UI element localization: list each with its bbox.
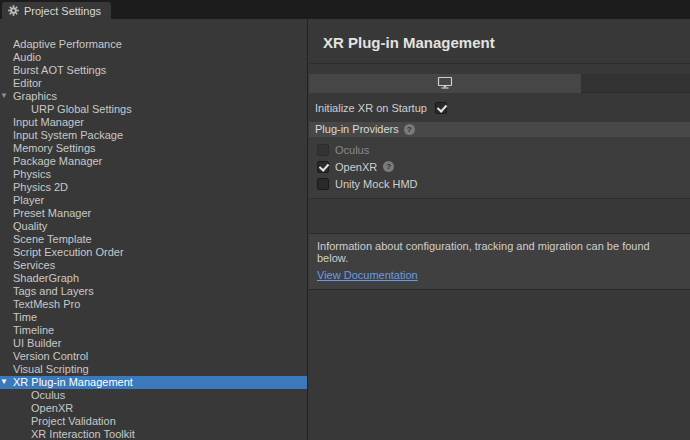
sidebar-item-script-execution-order[interactable]: Script Execution Order	[0, 246, 307, 259]
sidebar-item-textmesh-pro[interactable]: TextMesh Pro	[0, 298, 307, 311]
help-icon[interactable]: ?	[383, 161, 394, 172]
xr-plugin-management-panel: XR Plug-in Management Initialize XR on S…	[309, 19, 690, 440]
sidebar-item-label: Scene Template	[13, 233, 92, 246]
sidebar-item-label: Input System Package	[13, 129, 123, 142]
provider-label: OpenXR	[335, 161, 377, 173]
monitor-icon	[437, 76, 453, 92]
sidebar-item-label: Preset Manager	[13, 207, 91, 220]
tab-platform-desktop[interactable]	[309, 74, 581, 93]
initialize-xr-label: Initialize XR on Startup	[315, 102, 435, 114]
sidebar-item-burst-aot-settings[interactable]: Burst AOT Settings	[0, 64, 307, 77]
sidebar-item-oculus[interactable]: Oculus	[0, 389, 307, 402]
sidebar-item-label: OpenXR	[31, 402, 73, 415]
provider-label: Oculus	[335, 144, 369, 156]
sidebar-item-package-manager[interactable]: Package Manager	[0, 155, 307, 168]
sidebar-item-editor[interactable]: Editor	[0, 77, 307, 90]
foldout-chevron-down-icon[interactable]: ▼	[0, 89, 13, 102]
provider-row-oculus: Oculus	[309, 141, 690, 158]
sidebar-item-timeline[interactable]: Timeline	[0, 324, 307, 337]
foldout-chevron-down-icon[interactable]: ▼	[0, 375, 13, 388]
tab-project-settings[interactable]: Project Settings	[2, 2, 111, 19]
sidebar-item-graphics[interactable]: ▼Graphics	[0, 90, 307, 103]
sidebar-item-physics-2d[interactable]: Physics 2D	[0, 181, 307, 194]
sidebar-item-time[interactable]: Time	[0, 311, 307, 324]
settings-sidebar: Adaptive PerformanceAudioBurst AOT Setti…	[0, 19, 308, 440]
sidebar-item-ui-builder[interactable]: UI Builder	[0, 337, 307, 350]
sidebar-item-services[interactable]: Services	[0, 259, 307, 272]
sidebar-item-label: XR Interaction Toolkit	[31, 428, 135, 440]
sidebar-item-label: Services	[13, 259, 55, 272]
sidebar-item-player[interactable]: Player	[0, 194, 307, 207]
unity-mock-hmd-checkbox[interactable]	[317, 178, 329, 190]
plugin-providers-list: Oculus OpenXR ? Unity Mock HMD	[309, 137, 690, 198]
sidebar-item-label: Physics	[13, 168, 51, 181]
openxr-checkbox[interactable]	[317, 161, 329, 173]
sidebar-item-visual-scripting[interactable]: Visual Scripting	[0, 363, 307, 376]
sidebar-item-label: URP Global Settings	[31, 103, 132, 116]
sidebar-item-tags-and-layers[interactable]: Tags and Layers	[0, 285, 307, 298]
sidebar-item-label: XR Plug-in Management	[13, 376, 133, 389]
sidebar-item-label: Burst AOT Settings	[13, 64, 106, 77]
plugin-providers-box: Plug-in Providers ? Oculus OpenXR ? Unit…	[309, 122, 690, 199]
sidebar-item-audio[interactable]: Audio	[0, 51, 307, 64]
initialize-xr-row: Initialize XR on Startup	[315, 102, 690, 114]
sidebar-item-scene-template[interactable]: Scene Template	[0, 233, 307, 246]
sidebar-item-label: Audio	[13, 51, 41, 64]
sidebar-item-openxr[interactable]: OpenXR	[0, 402, 307, 415]
sidebar-item-label: Input Manager	[13, 116, 84, 129]
sidebar-item-label: Version Control	[13, 350, 88, 363]
sidebar-item-physics[interactable]: Physics	[0, 168, 307, 181]
sidebar-item-label: Timeline	[13, 324, 54, 337]
provider-row-unity-mock-hmd: Unity Mock HMD	[309, 175, 690, 192]
sidebar-item-xr-plug-in-management[interactable]: ▼XR Plug-in Management	[0, 376, 307, 389]
sidebar-item-label: UI Builder	[13, 337, 61, 350]
provider-row-openxr: OpenXR ?	[309, 158, 690, 175]
sidebar-item-project-validation[interactable]: Project Validation	[0, 415, 307, 428]
window-tab-title: Project Settings	[24, 5, 101, 17]
sidebar-item-label: Tags and Layers	[13, 285, 94, 298]
project-settings-window: Project Settings Adaptive PerformanceAud…	[0, 0, 690, 440]
sidebar-item-xr-interaction-toolkit[interactable]: XR Interaction Toolkit	[0, 428, 307, 440]
sidebar-item-label: Visual Scripting	[13, 363, 89, 376]
platform-tabstrip-empty	[581, 74, 690, 93]
plugin-providers-title: Plug-in Providers	[315, 122, 399, 137]
sidebar-item-label: Graphics	[13, 90, 57, 103]
sidebar-item-label: Package Manager	[13, 155, 102, 168]
gear-icon	[8, 5, 19, 16]
sidebar-item-adaptive-performance[interactable]: Adaptive Performance	[0, 38, 307, 51]
window-titlebar: Project Settings	[0, 0, 690, 19]
help-icon[interactable]: ?	[404, 124, 415, 135]
sidebar-item-input-system-package[interactable]: Input System Package	[0, 129, 307, 142]
sidebar-item-preset-manager[interactable]: Preset Manager	[0, 207, 307, 220]
sidebar-item-label: ShaderGraph	[13, 272, 79, 285]
sidebar-item-label: Adaptive Performance	[13, 38, 122, 51]
sidebar-item-memory-settings[interactable]: Memory Settings	[0, 142, 307, 155]
sidebar-item-urp-global-settings[interactable]: URP Global Settings	[0, 103, 307, 116]
sidebar-item-label: Player	[13, 194, 44, 207]
sidebar-item-label: TextMesh Pro	[13, 298, 80, 311]
documentation-info-box: Information about configuration, trackin…	[309, 233, 690, 290]
sidebar-item-version-control[interactable]: Version Control	[0, 350, 307, 363]
platform-tabstrip	[309, 74, 690, 93]
sidebar-item-label: Editor	[13, 77, 42, 90]
page-title: XR Plug-in Management	[309, 19, 690, 64]
sidebar-item-label: Project Validation	[31, 415, 116, 428]
oculus-checkbox[interactable]	[317, 144, 329, 156]
sidebar-item-label: Oculus	[31, 389, 65, 402]
sidebar-item-label: Physics 2D	[13, 181, 68, 194]
info-text: Information about configuration, trackin…	[317, 240, 682, 264]
sidebar-item-label: Script Execution Order	[13, 246, 124, 259]
settings-category-list: Adaptive PerformanceAudioBurst AOT Setti…	[0, 38, 307, 440]
sidebar-item-label: Time	[13, 311, 37, 324]
provider-label: Unity Mock HMD	[335, 178, 418, 190]
view-documentation-link[interactable]: View Documentation	[317, 269, 418, 281]
initialize-xr-checkbox[interactable]	[435, 102, 447, 114]
sidebar-item-input-manager[interactable]: Input Manager	[0, 116, 307, 129]
sidebar-item-label: Quality	[13, 220, 47, 233]
plugin-providers-header: Plug-in Providers ?	[309, 122, 690, 137]
sidebar-item-quality[interactable]: Quality	[0, 220, 307, 233]
sidebar-item-label: Memory Settings	[13, 142, 96, 155]
sidebar-item-shadergraph[interactable]: ShaderGraph	[0, 272, 307, 285]
